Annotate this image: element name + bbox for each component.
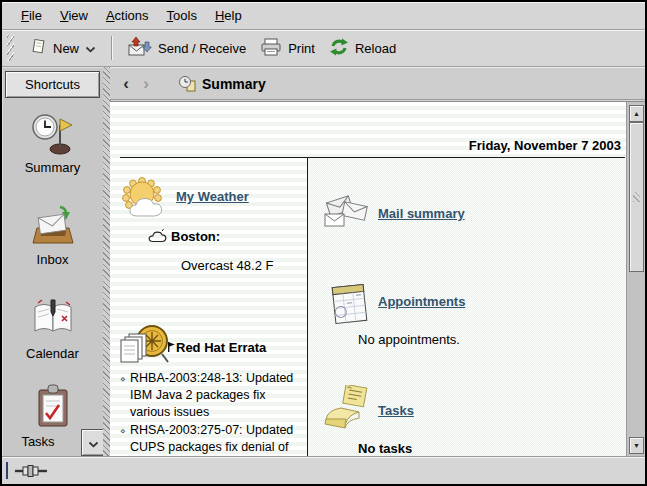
- flag-icon: [168, 340, 175, 355]
- menu-file[interactable]: File: [12, 4, 51, 27]
- tasks-section-icon: [322, 385, 372, 435]
- menu-bar: File View Actions Tools Help: [2, 2, 645, 30]
- inbox-icon: [30, 235, 76, 252]
- tool-bar: New Send / Receive: [2, 30, 645, 67]
- weather-icon: [122, 176, 172, 228]
- sidebar-item-tasks[interactable]: [32, 383, 74, 433]
- weather-condition: Overcast 48.2 F: [181, 258, 273, 273]
- menu-help[interactable]: Help: [206, 4, 251, 27]
- scrollbar-thumb[interactable]: [629, 122, 644, 272]
- send-receive-label: Send / Receive: [158, 41, 246, 56]
- column-divider: [307, 157, 308, 457]
- calendar-icon: [30, 325, 76, 342]
- toolbar-grip[interactable]: [7, 35, 14, 61]
- errata-list: RHBA-2003:248-13: Updated IBM Java 2 pac…: [120, 370, 294, 457]
- new-document-icon: [30, 38, 47, 58]
- sidebar-item-tasks-label[interactable]: Tasks: [2, 434, 74, 449]
- evolution-window: File View Actions Tools Help New: [0, 0, 647, 486]
- print-button[interactable]: Print: [253, 34, 322, 63]
- send-receive-button[interactable]: Send / Receive: [121, 33, 253, 63]
- print-icon: [260, 38, 282, 59]
- my-weather-link[interactable]: My Weather: [176, 189, 249, 204]
- print-button-label: Print: [288, 41, 315, 56]
- tasks-status: No tasks: [358, 441, 412, 456]
- errata-item: RHSA-2003:275-07: Updated CUPS packages …: [120, 422, 294, 457]
- chevron-down-icon: [88, 434, 99, 452]
- shortcuts-label: Shortcuts: [25, 77, 80, 92]
- errata-item: RHBA-2003:248-13: Updated IBM Java 2 pac…: [120, 370, 294, 421]
- window-body: File View Actions Tools Help New: [2, 2, 645, 484]
- summary-icon: [30, 143, 76, 160]
- reload-button-label: Reload: [355, 41, 396, 56]
- new-button-label: New: [53, 41, 79, 56]
- online-status-icon[interactable]: [14, 464, 48, 478]
- reload-button[interactable]: Reload: [322, 34, 403, 63]
- status-bar: [2, 456, 645, 484]
- mail-summary-icon: [322, 190, 372, 240]
- sidebar-item-summary-label[interactable]: Summary: [2, 160, 103, 175]
- weather-location: Boston:: [171, 229, 220, 244]
- sidebar-item-summary[interactable]: [30, 111, 76, 161]
- sidebar-item-inbox-label[interactable]: Inbox: [2, 252, 103, 267]
- menu-actions[interactable]: Actions: [97, 4, 158, 27]
- sidebar-item-calendar-label[interactable]: Calendar: [2, 346, 103, 361]
- toolbar-separator: [111, 36, 113, 60]
- tasks-icon: [32, 415, 74, 432]
- mail-summary-link[interactable]: Mail summary: [378, 206, 465, 221]
- scrollbar-grip: [633, 192, 640, 202]
- cloud-icon: [148, 229, 168, 248]
- shortcut-sidebar: Shortcuts Summary: [2, 67, 104, 457]
- sidebar-item-calendar[interactable]: [30, 297, 76, 343]
- reload-icon: [329, 38, 349, 59]
- appointments-icon: [326, 280, 372, 332]
- vertical-scrollbar[interactable]: ▲ ▼: [626, 102, 645, 457]
- new-button[interactable]: New: [23, 34, 103, 62]
- tasks-link[interactable]: Tasks: [378, 403, 414, 418]
- scroll-down-button[interactable]: ▼: [629, 437, 644, 454]
- forward-button[interactable]: ›: [136, 73, 156, 95]
- appointments-link[interactable]: Appointments: [378, 294, 465, 309]
- content-frame: Friday, November 7 2003: [110, 101, 645, 457]
- chevron-down-icon: [85, 41, 96, 56]
- sidebar-item-inbox[interactable]: [30, 203, 76, 253]
- appointments-status: No appointments.: [358, 332, 460, 347]
- main-area: ‹ › Summary Friday, November 7 2003: [110, 67, 645, 457]
- menu-view[interactable]: View: [51, 4, 97, 27]
- send-receive-icon: [128, 37, 152, 59]
- page-title: Summary: [202, 76, 266, 92]
- shortcuts-group-button[interactable]: Shortcuts: [5, 71, 100, 98]
- back-button[interactable]: ‹: [116, 73, 136, 95]
- errata-title: Red Hat Errata: [176, 340, 266, 355]
- scroll-up-button[interactable]: ▲: [629, 105, 644, 122]
- summary-folder-icon: [178, 75, 197, 92]
- date-heading: Friday, November 7 2003: [469, 138, 621, 153]
- summary-content: Friday, November 7 2003: [110, 102, 627, 457]
- folder-title-bar: ‹ › Summary: [110, 67, 645, 100]
- statusbar-edge-grip: [6, 462, 8, 479]
- menu-tools[interactable]: Tools: [158, 4, 206, 27]
